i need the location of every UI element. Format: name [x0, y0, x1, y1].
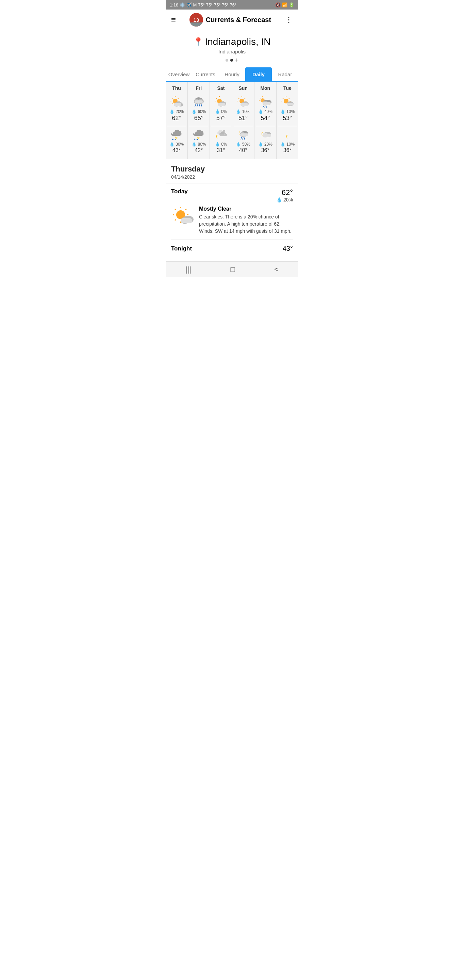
location-dots: + — [171, 57, 293, 63]
day-section-tue-day: 💧 10% 53° — [278, 94, 297, 124]
temp-sun-day: 51° — [234, 115, 253, 122]
temp-sat-day: 57° — [211, 115, 230, 122]
add-location-button[interactable]: + — [235, 57, 239, 63]
tab-overview[interactable]: Overview — [166, 67, 192, 81]
status-time: 1:18 — [170, 2, 178, 8]
status-battery-icon: 🔋 — [289, 2, 294, 8]
weather-icon-mon-night — [258, 128, 273, 140]
app-logo: 13 — [189, 13, 203, 27]
temp-fri-day: 65° — [189, 115, 208, 122]
location-pin-icon: 📍 — [193, 37, 203, 47]
svg-line-8 — [172, 103, 172, 104]
svg-rect-20 — [195, 100, 203, 103]
day-section-thu-day: 💧 20% 62° — [167, 94, 186, 124]
svg-line-24 — [201, 105, 202, 107]
location-title: 📍 Indianapolis, IN — [171, 37, 293, 47]
day-section-sun-night: 💧 50% 40° — [234, 126, 253, 156]
status-left: 1:18 ❄️ ✈️ M 75° 75° 75° 75° 76° — [170, 2, 237, 8]
app-title: Currents & Forecast — [206, 16, 271, 24]
svg-rect-61 — [262, 102, 271, 105]
day-col-sat[interactable]: Sat 💧 0% 57° — [210, 82, 232, 159]
weather-icon-sun-night — [236, 128, 251, 140]
tab-currents[interactable]: Currents — [192, 67, 219, 81]
day-section-fri-day: 💧 60% 65° — [189, 94, 208, 124]
app-bar-center: 13 Currents & Forecast — [189, 13, 271, 27]
temp-thu-night: 43° — [167, 147, 186, 153]
nav-bar: ||| □ < — [166, 261, 298, 277]
precip-sun-day: 💧 10% — [234, 109, 253, 114]
today-text-block: Mostly Clear Clear skies. There is a 20%… — [199, 206, 293, 235]
day-col-thu[interactable]: Thu 💧 — [166, 82, 188, 159]
status-icons: ❄️ ✈️ M — [180, 2, 197, 8]
weather-icon-thu-day — [169, 95, 184, 108]
precip-thu-night: 💧 30% — [167, 142, 186, 147]
weather-icon-tue-day — [280, 95, 295, 108]
today-precip: 💧 20% — [276, 197, 293, 202]
today-temp-block: 62° 💧 20% — [276, 188, 293, 202]
svg-line-81 — [175, 209, 176, 210]
today-weather-icon — [171, 206, 195, 226]
location-city: Indianapolis, IN — [205, 37, 270, 47]
today-precip-value: 20% — [283, 197, 293, 202]
location-region: Indianapolis — [171, 49, 293, 54]
detail-day-name: Thursday — [171, 165, 293, 173]
day-section-thu-night: 💧 30% 43° — [167, 126, 186, 156]
tonight-temp: 43° — [283, 245, 293, 253]
precip-sun-night: 💧 50% — [234, 142, 253, 147]
temp-fri-night: 42° — [189, 147, 208, 153]
day-col-mon[interactable]: Mon 💧 40% 54° — [254, 82, 276, 159]
today-label: Today — [171, 188, 188, 195]
day-section-fri-night: 💧 80% 42° — [189, 126, 208, 156]
svg-rect-38 — [218, 103, 226, 106]
nav-back-button[interactable]: < — [274, 265, 279, 274]
day-section-tue-night: 💧 10% 36° — [278, 126, 297, 156]
tabs: Overview Currents Hourly Daily Radar — [166, 67, 298, 82]
detail-date: 04/14/2022 — [171, 174, 293, 180]
today-card: Today 62° 💧 20% — [171, 183, 293, 240]
more-options-icon[interactable]: ⋮ — [285, 15, 293, 24]
nav-menu-button[interactable]: ||| — [185, 265, 191, 274]
daily-forecast-grid: Thu 💧 — [166, 82, 298, 159]
day-name-tue: Tue — [278, 86, 297, 91]
day-col-sun[interactable]: Sun 💧 10% 51° — [232, 82, 254, 159]
day-col-tue[interactable]: Tue 💧 10% 53° — [276, 82, 298, 159]
today-body: Mostly Clear Clear skies. There is a 20%… — [171, 206, 293, 235]
today-temp: 62° — [276, 188, 293, 197]
precip-mon-night: 💧 20% — [256, 142, 275, 147]
temp-mon-night: 36° — [256, 147, 275, 153]
tonight-preview[interactable]: Tonight 43° — [171, 240, 293, 255]
day-section-sat-night: 💧 0% 31° — [211, 126, 230, 156]
temp-tue-day: 53° — [278, 115, 297, 122]
precip-sat-night: 💧 0% — [211, 142, 230, 147]
day-name-fri: Fri — [189, 86, 208, 91]
weather-icon-sun-day — [236, 95, 251, 108]
hamburger-menu-icon[interactable]: ≡ — [171, 15, 176, 24]
weather-icon-sat-day — [213, 95, 228, 108]
tab-daily[interactable]: Daily — [245, 67, 272, 81]
svg-line-21 — [195, 105, 195, 107]
precip-sat-day: 💧 0% — [211, 109, 230, 114]
day-col-fri[interactable]: Fri 💧 60% 65° — [188, 82, 210, 159]
svg-rect-87 — [181, 218, 192, 223]
temp-sat-night: 31° — [211, 147, 230, 153]
precip-mon-day: 💧 40% — [256, 109, 275, 114]
temp-sun-night: 40° — [234, 147, 253, 153]
logo-number: 13 — [194, 17, 199, 23]
svg-line-14 — [172, 139, 173, 140]
tab-hourly[interactable]: Hourly — [219, 67, 245, 81]
svg-rect-75 — [287, 103, 293, 105]
day-name-sat: Sat — [211, 86, 230, 91]
svg-line-57 — [260, 98, 261, 98]
precip-drop-icon: 💧 — [276, 197, 282, 202]
svg-line-73 — [289, 98, 289, 99]
status-temps: 75° 75° 75° 75° 76° — [198, 2, 237, 8]
weather-icon-sat-night — [213, 128, 228, 140]
svg-line-63 — [265, 106, 265, 108]
today-condition: Mostly Clear — [199, 206, 293, 212]
temp-tue-night: 36° — [278, 147, 297, 153]
tab-radar[interactable]: Radar — [272, 67, 298, 81]
svg-line-7 — [178, 98, 179, 99]
nav-home-button[interactable]: □ — [230, 265, 235, 274]
svg-line-26 — [194, 139, 195, 140]
svg-line-58 — [265, 98, 265, 98]
